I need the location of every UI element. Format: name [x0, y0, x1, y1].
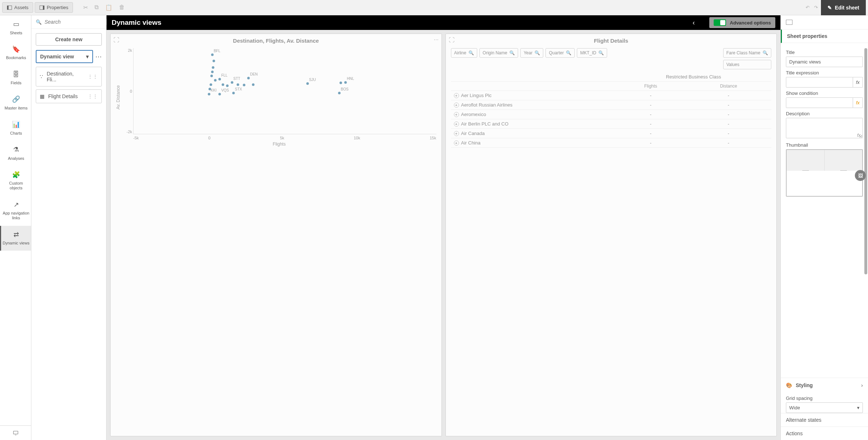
- table-subhead: Distance: [686, 82, 771, 91]
- viz-scatter[interactable]: ⛶ ⋯ Destination, Flights, Av. Distance A…: [110, 34, 442, 436]
- edit-sheet-button[interactable]: ✎ Edit sheet: [821, 0, 866, 15]
- filter-quarter[interactable]: Quarter 🔍: [545, 48, 575, 58]
- search-row: 🔍: [31, 15, 106, 29]
- rail-bottom-button[interactable]: [0, 425, 31, 440]
- chevron-down-icon: ▾: [86, 54, 89, 59]
- title-input[interactable]: [786, 57, 863, 67]
- expand-row-icon[interactable]: +: [454, 140, 459, 146]
- rail-item-dynamic-views[interactable]: ⇄Dynamic views: [0, 226, 31, 251]
- bookmark-icon: 🔖: [12, 46, 20, 54]
- rail-label: Sheets: [10, 31, 22, 35]
- svg-rect-3: [43, 5, 45, 9]
- title-expr-input[interactable]: [786, 77, 853, 88]
- table-row[interactable]: +Air Berlin PLC and CO--: [451, 119, 772, 129]
- rail-item-master-items[interactable]: 🔗Master items: [0, 90, 31, 116]
- x-tick: 5k: [280, 136, 284, 140]
- rail-item-app-nav[interactable]: ↗App navigation links: [0, 196, 31, 226]
- x-axis-label: Flights: [122, 142, 436, 147]
- more-icon[interactable]: ⋯: [434, 37, 439, 42]
- expand-icon[interactable]: ⛶: [449, 37, 455, 43]
- prev-sheet-button[interactable]: ‹: [693, 19, 695, 27]
- svg-rect-1: [7, 5, 9, 9]
- search-icon: 🔍: [36, 19, 42, 25]
- filter-mktid[interactable]: MKT_ID 🔍: [577, 48, 607, 58]
- scatter-point: [247, 77, 250, 80]
- scrollbar[interactable]: [864, 48, 867, 274]
- create-new-button[interactable]: Create new: [36, 33, 102, 46]
- redo-icon[interactable]: ↷: [814, 5, 818, 10]
- alternate-states-section[interactable]: Alternate states: [781, 413, 868, 427]
- show-cond-input[interactable]: [786, 97, 853, 108]
- table-icon: ▦: [40, 93, 45, 99]
- panel-right-icon: [39, 5, 45, 10]
- thumbnail-preview[interactable]: 🖼: [786, 149, 863, 197]
- filter-fare-class[interactable]: Fare Class Name 🔍: [723, 48, 771, 58]
- scatter-point-label: KKI: [211, 88, 216, 92]
- rail-item-sheets[interactable]: ▭Sheets: [0, 15, 31, 40]
- filter-label: Values: [726, 62, 740, 67]
- expand-row-icon[interactable]: +: [454, 93, 459, 98]
- styling-label: Styling: [796, 382, 813, 388]
- asset-item-scatter[interactable]: ∵ Destination, Fli... ⋮⋮: [36, 67, 102, 86]
- rail-item-charts[interactable]: 📊Charts: [0, 116, 31, 141]
- scatter-point: [214, 79, 216, 82]
- filter-airline[interactable]: Airline 🔍: [451, 48, 477, 58]
- search-input[interactable]: [45, 19, 109, 25]
- filter-year[interactable]: Year 🔍: [520, 48, 543, 58]
- y-tick: 0: [121, 89, 132, 93]
- scatter-point: [237, 83, 239, 86]
- x-tick: -5k: [133, 136, 139, 140]
- nav-icon: ↗: [13, 201, 19, 209]
- cut-icon[interactable]: ✂: [83, 4, 88, 11]
- sheet-title: Dynamic views: [112, 19, 161, 27]
- advanced-options-toggle[interactable]: Advanced options: [709, 17, 775, 28]
- filter-values[interactable]: Values: [723, 60, 771, 69]
- viz-table[interactable]: ⛶ Flight Details Airline 🔍 Origin Name 🔍…: [445, 34, 777, 436]
- scatter-point-label: STT: [234, 77, 240, 81]
- scatter-point: [219, 78, 221, 81]
- table-row[interactable]: +Aeroflot Russian Airlines--: [451, 100, 772, 110]
- expand-row-icon[interactable]: +: [454, 112, 459, 117]
- copy-icon[interactable]: ⧉: [94, 4, 99, 11]
- filter-origin[interactable]: Origin Name 🔍: [479, 48, 518, 58]
- prop-title-label: Title: [786, 50, 863, 55]
- grid-spacing-select[interactable]: Wide▾: [786, 402, 863, 413]
- rail-item-analyses[interactable]: ⚗Analyses: [0, 141, 31, 166]
- dv-more-button[interactable]: ⋯: [95, 53, 102, 61]
- filter-label: Origin Name: [483, 50, 507, 55]
- expand-row-icon[interactable]: +: [454, 103, 459, 108]
- table-row[interactable]: +Air China--: [451, 138, 772, 148]
- table-row[interactable]: +Air Canada--: [451, 129, 772, 138]
- fx-button[interactable]: fx: [853, 97, 863, 108]
- dynamic-view-select[interactable]: Dynamic view ▾: [36, 50, 93, 63]
- scatter-point-label: DEN: [250, 72, 258, 76]
- scatter-point: [212, 60, 215, 62]
- table-row[interactable]: +Aeromexico--: [451, 110, 772, 119]
- rail-item-bookmarks[interactable]: 🔖Bookmarks: [0, 40, 31, 66]
- scatter-point-label: VQS: [221, 88, 229, 92]
- expand-row-icon[interactable]: +: [454, 131, 459, 136]
- x-tick: 15k: [430, 136, 436, 140]
- properties-tab[interactable]: Properties: [35, 2, 73, 13]
- rail-item-custom-objects[interactable]: 🧩Custom objects: [0, 166, 31, 196]
- description-textarea[interactable]: [786, 118, 863, 138]
- actions-section[interactable]: Actions: [781, 427, 868, 440]
- delete-icon[interactable]: 🗑: [119, 4, 125, 11]
- rail-item-fields[interactable]: 🗄Fields: [0, 66, 31, 91]
- scatter-point-label: BFL: [214, 49, 220, 53]
- y-ticks: 2k 0 -2k: [121, 48, 132, 134]
- prop-title-expr-label: Title expression: [786, 70, 863, 76]
- assets-tab[interactable]: Assets: [2, 2, 33, 13]
- paste-icon[interactable]: 📋: [105, 4, 112, 11]
- table-row[interactable]: +Aer Lingus Plc--: [451, 91, 772, 100]
- undo-icon[interactable]: ↶: [806, 5, 810, 10]
- chevron-right-icon: ›: [861, 382, 863, 388]
- scatter-icon: ∵: [40, 74, 43, 80]
- fx-button[interactable]: fx: [853, 77, 863, 88]
- fx-icon[interactable]: fx: [857, 132, 861, 138]
- styling-row[interactable]: 🎨 Styling ›: [781, 378, 868, 393]
- asset-item-table[interactable]: ▦ Flight Details ⋮⋮: [36, 89, 102, 103]
- expand-row-icon[interactable]: +: [454, 121, 459, 127]
- undo-redo-group: ↶ ↷: [806, 5, 818, 10]
- expand-icon[interactable]: ⛶: [113, 37, 119, 43]
